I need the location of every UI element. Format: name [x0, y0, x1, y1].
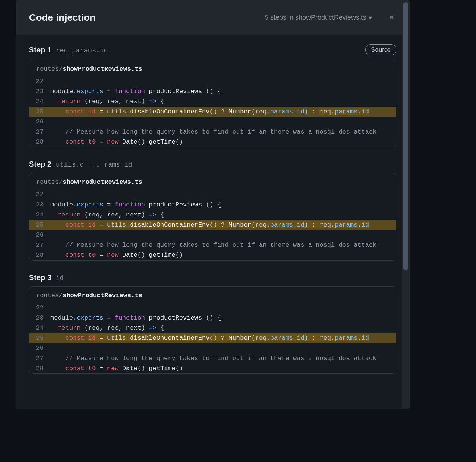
code-content: module.exports = function productReviews… [50, 200, 225, 210]
modal-title: Code injection [29, 12, 96, 23]
caret-down-icon: ▾ [369, 14, 372, 22]
steps-dropdown-label: 5 steps in showProductReviews.ts [265, 14, 366, 22]
line-number: 27 [29, 127, 50, 137]
filepath-dir: routes/ [36, 292, 62, 299]
step-1: Step 1 req.params.id Source routes/showP… [29, 44, 396, 147]
step-1-filepath[interactable]: routes/showProductReviews.ts [29, 60, 396, 76]
line-number: 25 [29, 107, 50, 117]
line-number: 23 [29, 86, 50, 96]
highlighted-fragment: utils.disableOnContainerEnv() ? Number(r… [107, 221, 369, 228]
step-2-filepath[interactable]: routes/showProductReviews.ts [29, 173, 396, 189]
close-button[interactable] [387, 12, 396, 23]
line-number: 22 [29, 189, 50, 199]
line-number: 22 [29, 76, 50, 86]
code-content: const id = utils.disableOnContainerEnv()… [50, 220, 373, 230]
line-number: 26 [29, 230, 50, 240]
code-content: const t0 = new Date().getTime() [50, 363, 187, 373]
step-2-code: 22 23module.exports = function productRe… [29, 189, 396, 260]
code-content: const t0 = new Date().getTime() [50, 250, 187, 260]
code-content: // Measure how long the query takes to f… [50, 353, 381, 363]
line-number: 25 [29, 333, 50, 343]
highlighted-fragment: req.params.id [319, 108, 369, 115]
step-1-header: Step 1 req.params.id Source [29, 44, 396, 55]
scrollbar-thumb[interactable] [403, 2, 408, 270]
step-2-expr: utils.d ... rams.id [56, 161, 132, 169]
code-content: return (req, res, next) => { [50, 96, 168, 106]
filepath-name: showProductReviews.ts [62, 292, 142, 299]
step-3: Step 3 id routes/showProductReviews.ts 2… [29, 273, 396, 374]
step-2-code-panel: routes/showProductReviews.ts 22 23module… [29, 173, 396, 260]
filepath-name: showProductReviews.ts [62, 179, 142, 186]
scrollbar-track[interactable] [402, 0, 410, 409]
code-content: // Measure how long the query takes to f… [50, 240, 381, 250]
line-number: 28 [29, 363, 50, 373]
line-number: 24 [29, 210, 50, 220]
code-content: const t0 = new Date().getTime() [50, 137, 187, 147]
step-3-filepath[interactable]: routes/showProductReviews.ts [29, 287, 396, 303]
code-content: module.exports = function productReviews… [50, 86, 225, 96]
filepath-name: showProductReviews.ts [62, 65, 142, 73]
step-1-code: 22 23module.exports = function productRe… [29, 76, 396, 147]
step-3-label: Step 3 [29, 273, 51, 282]
step-2: Step 2 utils.d ... rams.id routes/showPr… [29, 160, 396, 260]
step-2-header: Step 2 utils.d ... rams.id [29, 160, 396, 169]
code-content: module.exports = function productReviews… [50, 313, 225, 323]
step-3-header: Step 3 id [29, 273, 396, 282]
header-right: 5 steps in showProductReviews.ts ▾ [265, 12, 396, 23]
filepath-dir: routes/ [36, 179, 62, 186]
highlighted-fragment: id = utils.disableOnContainerEnv() ? Num… [88, 334, 369, 341]
line-number: 26 [29, 343, 50, 353]
code-content: const id = utils.disableOnContainerEnv()… [50, 107, 373, 117]
code-content: const id = utils.disableOnContainerEnv()… [50, 333, 373, 343]
highlighted-line: 25 const id = utils.disableOnContainerEn… [29, 220, 396, 230]
modal-body[interactable]: Step 1 req.params.id Source routes/showP… [16, 35, 410, 409]
line-number: 28 [29, 250, 50, 260]
code-content: // Measure how long the query takes to f… [50, 127, 381, 137]
code-content: return (req, res, next) => { [50, 323, 168, 333]
line-number: 23 [29, 313, 50, 323]
step-3-expr: id [56, 275, 64, 282]
line-number: 25 [29, 220, 50, 230]
highlighted-line: 25 const id = utils.disableOnContainerEn… [29, 333, 396, 343]
highlighted-line: 25 const id = utils.disableOnContainerEn… [29, 107, 396, 117]
code-injection-modal: Code injection 5 steps in showProductRev… [16, 0, 410, 409]
source-badge[interactable]: Source [365, 44, 396, 55]
step-1-expr: req.params.id [56, 47, 108, 54]
line-number: 24 [29, 323, 50, 333]
step-3-code: 22 23module.exports = function productRe… [29, 303, 396, 373]
line-number: 27 [29, 240, 50, 250]
step-2-label: Step 2 [29, 160, 51, 169]
line-number: 24 [29, 96, 50, 106]
filepath-dir: routes/ [36, 65, 62, 73]
line-number: 23 [29, 200, 50, 210]
line-number: 27 [29, 353, 50, 363]
line-number: 22 [29, 303, 50, 313]
line-number: 28 [29, 137, 50, 147]
close-icon [388, 14, 395, 20]
code-content: return (req, res, next) => { [50, 210, 168, 220]
modal-header: Code injection 5 steps in showProductRev… [16, 0, 410, 35]
step-1-label: Step 1 [29, 46, 51, 54]
steps-dropdown[interactable]: 5 steps in showProductReviews.ts ▾ [265, 14, 372, 22]
step-3-code-panel: routes/showProductReviews.ts 22 23module… [29, 286, 396, 374]
line-number: 26 [29, 117, 50, 127]
step-1-code-panel: routes/showProductReviews.ts 22 23module… [29, 60, 396, 147]
